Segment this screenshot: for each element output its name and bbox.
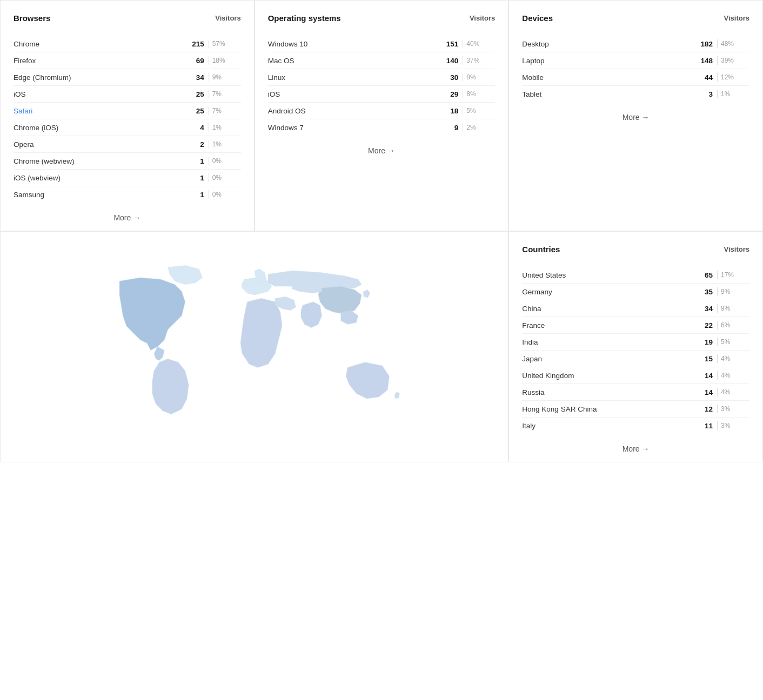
bar-divider [717, 321, 718, 329]
row-label: Desktop [522, 40, 693, 48]
browsers-more-arrow: → [133, 213, 140, 222]
row-percent: 5% [466, 107, 481, 115]
bar-divider [717, 421, 718, 430]
bar-container: 12% [717, 73, 749, 82]
row-value: 215 [185, 40, 204, 48]
browsers-panel: Browsers Visitors Chrome21557%Firefox691… [0, 0, 255, 231]
bar-container: 9% [717, 287, 749, 296]
row-value: 18 [439, 107, 458, 115]
bar-container: 2% [463, 123, 495, 132]
bar-divider [209, 73, 209, 82]
row-label: Germany [522, 288, 693, 296]
row-percent: 8% [466, 90, 481, 98]
row-percent: 40% [466, 40, 481, 48]
row-value: 29 [439, 90, 458, 98]
dashboard: Browsers Visitors Chrome21557%Firefox691… [0, 0, 763, 462]
bar-divider [717, 271, 718, 279]
row-value: 14 [693, 372, 713, 380]
bar-container: 7% [209, 90, 241, 98]
table-row: iOS257% [14, 86, 241, 103]
bar-divider [717, 338, 718, 346]
row-label: iOS [14, 90, 185, 98]
row-value: 44 [693, 73, 713, 82]
bar-divider [463, 39, 463, 48]
table-row: Safari257% [14, 103, 241, 119]
browsers-more-label: More [113, 213, 131, 222]
os-header: Operating systems Visitors [268, 14, 496, 27]
table-row: Desktop18248% [522, 36, 749, 52]
bar-container: 4% [717, 354, 749, 363]
bar-container: 1% [209, 123, 241, 132]
bar-container: 9% [717, 304, 749, 313]
row-label: United States [522, 271, 693, 279]
bar-container: 7% [209, 106, 241, 115]
bar-divider [209, 106, 209, 115]
bar-container: 40% [463, 39, 495, 48]
bar-container: 18% [209, 56, 241, 65]
bar-container: 39% [717, 56, 749, 65]
table-row: France226% [522, 317, 749, 334]
countries-more-link[interactable]: More → [522, 445, 749, 453]
bar-container: 3% [717, 421, 749, 430]
row-value: 140 [439, 57, 458, 65]
browsers-more-link[interactable]: More → [14, 213, 241, 222]
table-row: Opera21% [14, 136, 241, 153]
bar-divider [717, 287, 718, 296]
row-value: 65 [693, 271, 713, 279]
bar-divider [463, 123, 463, 132]
row-percent: 12% [721, 73, 736, 81]
row-label: Russia [522, 388, 693, 396]
table-row: Mac OS14037% [268, 52, 496, 69]
row-value: 69 [185, 57, 204, 65]
os-title: Operating systems [268, 14, 341, 23]
table-row: Firefox6918% [14, 52, 241, 69]
bar-container: 37% [463, 56, 495, 65]
row-label: Opera [14, 140, 185, 149]
row-value: 19 [693, 338, 713, 346]
row-value: 35 [693, 288, 713, 296]
row-percent: 0% [212, 174, 227, 181]
devices-more-link[interactable]: More → [522, 113, 749, 122]
row-value: 12 [693, 405, 713, 413]
bar-container: 5% [463, 106, 495, 115]
row-value: 182 [693, 40, 713, 48]
row-value: 1 [185, 191, 204, 199]
row-label[interactable]: Safari [14, 107, 185, 115]
row-label: Mobile [522, 73, 693, 82]
row-percent: 48% [721, 40, 736, 48]
row-value: 4 [185, 124, 204, 132]
devices-col-header: Visitors [724, 14, 749, 22]
row-percent: 3% [721, 422, 736, 429]
row-value: 34 [693, 305, 713, 313]
bar-container: 1% [717, 90, 749, 98]
row-percent: 0% [212, 191, 227, 198]
row-label: Chrome (webview) [14, 157, 185, 165]
os-rows: Windows 1015140%Mac OS14037%Linux308%iOS… [268, 36, 496, 136]
row-value: 15 [693, 355, 713, 363]
bar-container: 8% [463, 90, 495, 98]
bar-container: 0% [209, 157, 241, 165]
bar-divider [463, 106, 463, 115]
row-percent: 9% [721, 288, 736, 295]
row-percent: 4% [721, 388, 736, 396]
row-value: 14 [693, 388, 713, 396]
row-value: 22 [693, 321, 713, 329]
bar-divider [209, 123, 209, 132]
table-row: United Kingdom144% [522, 367, 749, 384]
countries-more-arrow: → [642, 445, 650, 453]
table-row: Chrome (iOS)41% [14, 119, 241, 136]
table-row: Laptop14839% [522, 52, 749, 69]
table-row: Windows 792% [268, 119, 496, 136]
os-more-label: More [368, 146, 385, 155]
row-value: 25 [185, 90, 204, 98]
world-map [9, 260, 499, 433]
table-row: Japan154% [522, 351, 749, 367]
os-more-link[interactable]: More → [268, 146, 496, 155]
bar-container: 5% [717, 338, 749, 346]
row-percent: 1% [212, 140, 227, 148]
table-row: United States6517% [522, 267, 749, 284]
row-label: United Kingdom [522, 372, 693, 380]
row-label: iOS [268, 90, 439, 98]
row-percent: 57% [212, 40, 227, 48]
row-percent: 9% [212, 73, 227, 81]
